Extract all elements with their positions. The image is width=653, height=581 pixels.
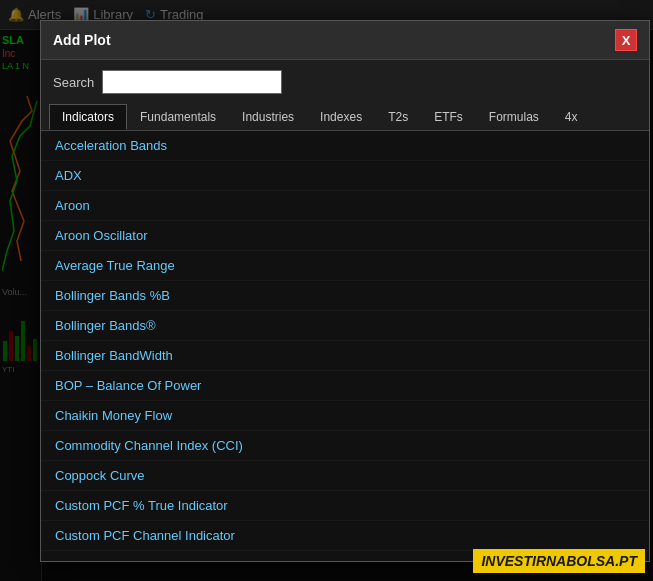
tab-etfs[interactable]: ETFs [421,104,476,130]
modal-close-button[interactable]: X [615,29,637,51]
tab-industries[interactable]: Industries [229,104,307,130]
list-item[interactable]: Acceleration Bands [41,131,649,161]
list-item[interactable]: Aroon Oscillator [41,221,649,251]
list-item[interactable]: Bollinger Bands %B [41,281,649,311]
list-item[interactable]: Custom PCF Channel Indicator [41,521,649,551]
modal-title: Add Plot [53,32,111,48]
add-plot-modal: Add Plot X Search Indicators Fundamental… [40,20,650,562]
tab-indicators[interactable]: Indicators [49,104,127,130]
list-item[interactable]: Bollinger BandWidth [41,341,649,371]
list-item[interactable]: Coppock Curve [41,461,649,491]
search-area: Search [41,60,649,104]
tab-fundamentals[interactable]: Fundamentals [127,104,229,130]
tab-indexes[interactable]: Indexes [307,104,375,130]
list-item[interactable]: Aroon [41,191,649,221]
list-item[interactable]: Bollinger Bands® [41,311,649,341]
indicators-list[interactable]: Acceleration BandsADXAroonAroon Oscillat… [41,131,649,561]
tab-t2s[interactable]: T2s [375,104,421,130]
list-item[interactable]: Commodity Channel Index (CCI) [41,431,649,461]
modal-titlebar: Add Plot X [41,21,649,60]
list-item[interactable]: ADX [41,161,649,191]
search-label: Search [53,75,94,90]
list-item[interactable]: BOP – Balance Of Power [41,371,649,401]
list-item[interactable]: Average True Range [41,251,649,281]
search-input[interactable] [102,70,282,94]
list-item[interactable]: Chaikin Money Flow [41,401,649,431]
tabs-bar: Indicators Fundamentals Industries Index… [41,104,649,131]
tab-4x[interactable]: 4x [552,104,591,130]
list-item[interactable]: Custom PCF % True Indicator [41,491,649,521]
watermark: INVESTIRNABOLSA.PT [473,549,645,573]
tab-formulas[interactable]: Formulas [476,104,552,130]
